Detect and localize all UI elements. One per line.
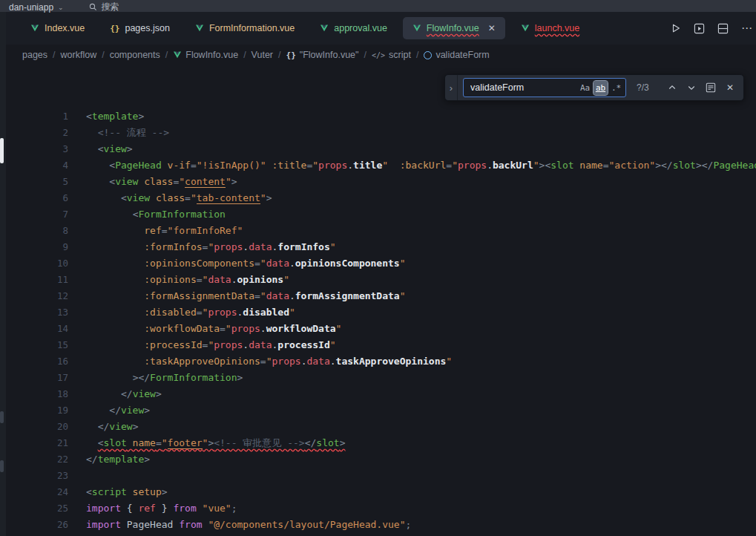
close-find-button[interactable]: ✕ xyxy=(723,80,737,95)
breadcrumb-item-flowinfo-vue[interactable]: FlowInfo.vue xyxy=(173,50,238,60)
breadcrumb-label: "FlowInfo.vue" xyxy=(300,50,359,60)
find-input[interactable] xyxy=(469,82,578,94)
code-line[interactable]: 10 :opinionsComponents="data.opinionsCom… xyxy=(0,255,756,272)
code-line[interactable]: 4 <PageHead v-if="!isInApp()" :title="pr… xyxy=(0,157,756,174)
code-line[interactable]: 20 </view> xyxy=(0,419,756,435)
code-line[interactable]: 23 xyxy=(0,468,756,484)
code-line[interactable]: 19 </view> xyxy=(0,402,756,419)
code-line[interactable]: 16 :taskApproveOpinions="props.data.task… xyxy=(0,353,756,370)
whole-word-label: ab xyxy=(596,83,605,93)
find-match-count: ?/3 xyxy=(637,82,656,93)
code-line[interactable]: 7 <FormInformation xyxy=(0,206,756,223)
line-number: 13 xyxy=(0,304,86,321)
code-line[interactable]: 3 <view> xyxy=(0,141,756,157)
breadcrumb-label: components xyxy=(110,50,160,60)
breadcrumb-item-workflow[interactable]: workflow xyxy=(61,50,97,60)
tab-index-vue[interactable]: Index.vue xyxy=(21,17,94,39)
line-number: 15 xyxy=(0,337,86,353)
code-line[interactable]: 26import PageHead from "@/components/lay… xyxy=(0,517,756,533)
next-match-button[interactable] xyxy=(684,80,699,95)
breadcrumb-item-script[interactable]: </>script xyxy=(372,50,411,60)
tab-pages-json[interactable]: {}pages.json xyxy=(100,17,180,39)
code-line[interactable]: 13 :disabled="props.disabled" xyxy=(0,304,756,321)
code-line[interactable]: 24<script setup> xyxy=(0,484,756,500)
breadcrumb-label: Vuter xyxy=(252,50,273,60)
breadcrumb-item-vuter[interactable]: Vuter xyxy=(252,50,273,60)
run-dev-icon[interactable] xyxy=(694,23,705,34)
breadcrumb-separator: / xyxy=(416,50,418,60)
previous-match-button[interactable] xyxy=(665,80,680,95)
tab-approval-vue[interactable]: approval.vue xyxy=(310,17,397,39)
activity-bar-sliver xyxy=(0,12,6,536)
code-line[interactable]: 8 ref="formInfoRef" xyxy=(0,223,756,239)
chevron-down-icon: ⌄ xyxy=(58,4,64,11)
braces-icon: {} xyxy=(286,50,296,60)
code-line[interactable]: 14 :workflowData="props.workflowData" xyxy=(0,321,756,337)
line-number: 18 xyxy=(0,386,86,402)
code-line[interactable]: 25import { ref } from "vue"; xyxy=(0,500,756,517)
tab-label: approval.vue xyxy=(334,23,387,33)
activity-bar-mark xyxy=(0,460,4,472)
breadcrumb-item-components[interactable]: components xyxy=(110,50,160,60)
line-number: 24 xyxy=(0,484,86,500)
line-number: 6 xyxy=(0,190,86,206)
vue-icon xyxy=(320,24,329,33)
method-icon xyxy=(424,51,432,59)
code-line[interactable]: 2 <!-- 流程 --> xyxy=(0,125,756,141)
line-number: 17 xyxy=(0,370,86,386)
breadcrumb-label: validateForm xyxy=(435,50,489,60)
line-number: 20 xyxy=(0,419,86,435)
breadcrumb-label: script xyxy=(389,50,411,60)
code-line[interactable]: 9 :formInfos="props.data.formInfos" xyxy=(0,239,756,255)
code-line[interactable]: 1<template> xyxy=(0,108,756,125)
find-options: Aa ab .* xyxy=(578,81,623,95)
vue-icon xyxy=(30,24,39,33)
tab-forminformation-vue[interactable]: FormInformation.vue xyxy=(185,17,304,39)
breadcrumb-item-pages[interactable]: pages xyxy=(22,50,47,60)
whole-word-button[interactable]: ab xyxy=(594,81,608,95)
code-line[interactable]: 11 :opinions="data.opinions" xyxy=(0,272,756,288)
more-actions-button[interactable]: ⋯ xyxy=(741,22,753,35)
line-number: 21 xyxy=(0,435,86,451)
run-button[interactable] xyxy=(671,23,681,33)
close-icon[interactable]: ✕ xyxy=(488,23,496,33)
code-line[interactable]: 22</template> xyxy=(0,451,756,468)
match-case-button[interactable]: Aa xyxy=(578,81,592,95)
line-number: 5 xyxy=(0,174,86,190)
line-number: 23 xyxy=(0,468,86,484)
line-number: 3 xyxy=(0,141,86,157)
search-icon xyxy=(89,3,97,11)
code-line[interactable]: 12 :formAssignmentData="data.formAssignm… xyxy=(0,288,756,304)
breadcrumb-item-flowinfo-vue[interactable]: {}"FlowInfo.vue" xyxy=(286,50,359,60)
title-search-box[interactable]: 搜索 xyxy=(89,1,119,13)
toggle-replace-chevron-icon[interactable]: › xyxy=(445,75,458,100)
code-area[interactable]: 1<template>2 <!-- 流程 -->3 <view>4 <PageH… xyxy=(0,65,756,533)
vue-icon xyxy=(173,50,182,59)
line-number: 9 xyxy=(0,239,86,255)
activity-bar-mark xyxy=(0,138,4,163)
split-editor-button[interactable] xyxy=(717,23,729,34)
code-line[interactable]: 5 <view class="content"> xyxy=(0,174,756,190)
find-input-box[interactable]: Aa ab .* xyxy=(463,78,626,97)
breadcrumb-separator: / xyxy=(102,50,104,60)
code-line[interactable]: 18 </view> xyxy=(0,386,756,402)
code-line[interactable]: 17 ></FormInformation> xyxy=(0,370,756,386)
line-number: 2 xyxy=(0,125,86,141)
tab-launch-vue[interactable]: launch.vue xyxy=(511,17,589,39)
breadcrumb-item-validateform[interactable]: validateForm xyxy=(424,50,489,60)
line-number: 25 xyxy=(0,500,86,517)
editor[interactable]: › Aa ab .* ?/3 ✕ 1<template>2 <!-- 流程 --… xyxy=(0,65,756,536)
breadcrumb-separator: / xyxy=(243,50,246,60)
regex-button[interactable]: .* xyxy=(609,81,623,95)
tab-flowinfo-vue[interactable]: FlowInfo.vue✕ xyxy=(403,17,505,39)
project-menu[interactable]: dan-uniapp ⌄ xyxy=(9,2,64,13)
find-in-selection-button[interactable] xyxy=(703,80,718,95)
breadcrumb-label: pages xyxy=(22,50,47,60)
line-number: 4 xyxy=(0,157,86,174)
code-line[interactable]: 15 :processId="props.data.processId" xyxy=(0,337,756,353)
code-line[interactable]: 21 <slot name="footer"><!-- 审批意见 --></sl… xyxy=(0,435,756,451)
code-line[interactable]: 6 <view class="tab-content"> xyxy=(0,190,756,206)
line-number: 26 xyxy=(0,517,86,533)
tab-label: Index.vue xyxy=(45,23,85,33)
breadcrumb-separator: / xyxy=(278,50,280,60)
